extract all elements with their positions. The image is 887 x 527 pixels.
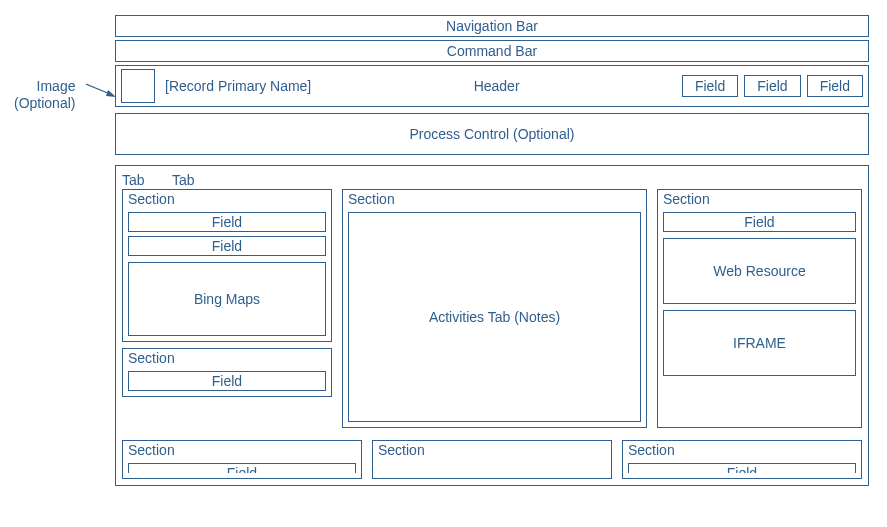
annotation-arrow-icon [86,80,116,98]
left-section-1: Section Field Field Bing Maps [122,189,332,342]
bottom-section-3: Section Field [622,440,862,479]
image-annotation: Image (Optional) [14,78,75,112]
header-region: [Record Primary Name] Header Field Field… [115,65,869,107]
mid-section: Section Activities Tab (Notes) [342,189,647,428]
header-field-2: Field [744,75,800,97]
field: Field [128,463,356,473]
field: Field [128,212,326,232]
command-bar: Command Bar [115,40,869,62]
bing-maps-region: Bing Maps [128,262,326,336]
record-primary-name: [Record Primary Name] [165,78,311,94]
activities-tab-notes: Activities Tab (Notes) [348,212,641,422]
header-field-1: Field [682,75,738,97]
field: Field [128,371,326,391]
header-field-3: Field [807,75,863,97]
section-title: Section [378,441,606,459]
right-section: Section Field Web Resource IFRAME [657,189,862,428]
web-resource-region: Web Resource [663,238,856,304]
left-section-2: Section Field [122,348,332,397]
field: Field [628,463,856,473]
section-title: Section [128,190,326,208]
header-fields: Field Field Field [682,75,863,97]
bottom-section-2: Section [372,440,612,479]
section-title: Section [663,190,856,208]
section-title: Section [348,190,641,208]
section-title: Section [628,441,856,459]
bottom-section-1: Section Field [122,440,362,479]
tab-2: Tab [172,172,218,188]
process-control: Process Control (Optional) [115,113,869,155]
navigation-bar: Navigation Bar [115,15,869,37]
record-image-placeholder [121,69,155,103]
section-title: Section [128,441,356,459]
annotation-line1: Image [14,78,75,95]
field: Field [128,236,326,256]
annotation-line2: (Optional) [14,95,75,112]
section-title: Section [128,349,326,367]
svg-line-0 [86,84,110,94]
field: Field [663,212,856,232]
tab-1: Tab [122,172,168,188]
tab-strip: Tab Tab [122,172,862,188]
layout-frame: Navigation Bar Command Bar [Record Prima… [115,15,869,486]
iframe-region: IFRAME [663,310,856,376]
header-label: Header [319,78,674,94]
tab-container: Tab Tab Section Field Field Bing Maps Se… [115,165,869,486]
